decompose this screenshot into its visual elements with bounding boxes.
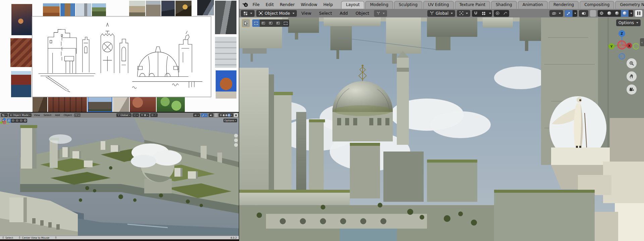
material-shading-button[interactable] [613,10,621,17]
ref-photo-canyon-arch[interactable] [11,4,32,35]
wireframe-shading-button[interactable] [598,10,605,17]
mini-navigation-gizmo[interactable] [0,118,9,126]
ref-photo-cliff-dwelling[interactable] [33,96,47,112]
solid-shading-icon[interactable] [223,114,225,116]
snap-settings-dropdown[interactable] [480,10,487,17]
mini-zoom-button[interactable] [234,134,238,137]
ref-photo-ruined-facade[interactable] [146,1,161,16]
tab-shading[interactable]: Shading [491,1,517,9]
mini-snap-toggle[interactable] [140,113,149,117]
mini-proportional-toggle[interactable] [150,113,158,117]
menu-add[interactable]: Add [337,11,351,16]
rendered-shading-icon[interactable] [228,114,230,116]
ref-photo-jungle[interactable] [157,96,185,112]
ref-photo-dark-tower[interactable] [161,1,175,16]
ref-photo-overgrown-ruin[interactable] [92,3,106,17]
tab-texture-paint[interactable]: Texture Paint [455,1,490,9]
mini-3d-viewport[interactable]: Options [0,118,239,236]
ref-photo-pyramid-selected[interactable] [88,96,112,112]
gizmo-y-label[interactable]: Y [610,45,613,48]
options-dropdown[interactable]: Options [616,19,641,26]
gizmos-toggle[interactable] [565,10,573,17]
camera-view-button[interactable] [627,84,637,95]
ref-photo-carved-church[interactable] [113,96,129,112]
proportional-toggle[interactable] [494,10,501,17]
mini-menu-select[interactable]: Select [42,114,53,117]
tab-animation[interactable]: Animation [518,1,548,9]
rendered-shading-button[interactable] [621,10,629,17]
ref-photo-red-rock-stairs[interactable] [10,38,32,67]
object-visibility-dropdown[interactable] [549,10,563,17]
mini-select-mode-subtract[interactable] [15,119,19,123]
pause-render-button[interactable] [635,10,642,17]
ref-photo-golden-cliff[interactable] [175,1,192,16]
snap-toggle[interactable] [472,10,480,17]
pan-hand-button[interactable] [627,71,637,81]
mini-select-mode-invert[interactable] [19,119,23,123]
mini-overlays-toggle[interactable] [209,113,213,117]
tab-geometry-nodes[interactable]: Geometry Nodes [615,1,644,9]
transform-orientation-dropdown[interactable]: Global [427,10,455,17]
snap-chevron[interactable] [487,10,492,17]
tab-rendering[interactable]: Rendering [549,1,579,9]
mini-menu-add[interactable]: Add [54,114,61,117]
ref-photo-sepia-ruins[interactable] [129,1,145,16]
mini-shading-group[interactable] [219,113,233,117]
mini-menu-object[interactable]: Object [62,114,73,117]
mini-options-dropdown[interactable]: Options [223,119,237,122]
select-mode-invert[interactable] [274,19,282,27]
menu-edit[interactable]: Edit [263,2,277,7]
falloff-dropdown[interactable] [501,10,509,17]
mini-orientation-dropdown[interactable]: Global [116,113,131,117]
gizmo-z-label[interactable]: Z [621,32,623,36]
shading-chevron[interactable] [629,10,633,17]
gizmos-chevron[interactable] [573,10,577,17]
menu-help[interactable]: Help [320,2,336,7]
tab-compositing[interactable]: Compositing [580,1,614,9]
ref-photo-kasbah[interactable] [43,3,60,17]
mini-select-mode-extend[interactable] [11,119,15,123]
solid-shading-button[interactable] [605,10,613,17]
menu-file[interactable]: File [250,2,263,7]
tab-layout[interactable]: Layout [341,1,364,9]
mini-visibility-dropdown[interactable] [193,113,200,117]
ref-photo-rock-cut-building[interactable] [48,96,87,112]
ref-photo-red-kasbah[interactable] [130,96,156,112]
menu-view[interactable]: View [299,11,315,16]
tab-sculpting[interactable]: Sculpting [394,1,422,9]
mini-xray-toggle[interactable] [214,113,218,117]
mini-editor-type-button[interactable] [1,113,8,117]
ref-photo-clay-tower[interactable] [60,3,75,17]
select-mode-extend[interactable] [260,19,267,27]
tab-uv-editing[interactable]: UV Editing [423,1,454,9]
ref-photo-fortress-reflection[interactable] [11,71,31,97]
mini-extra-dropdown[interactable] [74,113,80,117]
tab-modeling[interactable]: Modeling [365,1,393,9]
select-mode-subtract[interactable] [267,19,274,27]
select-mode-new[interactable] [252,19,260,27]
sidebar-collapse-arrow[interactable]: ‹ [640,38,644,46]
menu-window[interactable]: Window [298,2,320,7]
zoom-button[interactable] [627,58,637,68]
menu-select[interactable]: Select [316,11,335,16]
ref-photo-eagle[interactable] [197,0,214,15]
main-3d-viewport[interactable]: Options Z Y X ‹ [239,17,644,241]
xray-toggle[interactable] [590,10,596,17]
blender-logo-icon[interactable] [242,1,248,8]
ref-photo-dark-quarry[interactable] [215,1,236,34]
pivot-point-dropdown[interactable] [457,10,470,17]
mini-gizmos-toggle[interactable] [201,113,208,117]
mini-pivot-dropdown[interactable] [132,113,139,117]
mini-mode-dropdown[interactable]: Object Mode [9,113,32,117]
mini-pause-button[interactable] [234,113,238,117]
select-mode-intersect[interactable] [282,19,289,27]
menu-object[interactable]: Object [353,11,372,16]
editor-type-button[interactable] [241,10,255,17]
mini-menu-view[interactable]: View [33,114,41,117]
material-shading-icon[interactable] [225,114,227,116]
navigation-gizmo[interactable]: Z Y X [606,28,639,60]
mode-dropdown[interactable]: Object Mode [256,10,297,17]
wireframe-shading-icon[interactable] [220,114,222,116]
mini-select-mode-intersect[interactable] [23,119,27,123]
ref-photo-orange-monolith[interactable] [216,70,236,99]
